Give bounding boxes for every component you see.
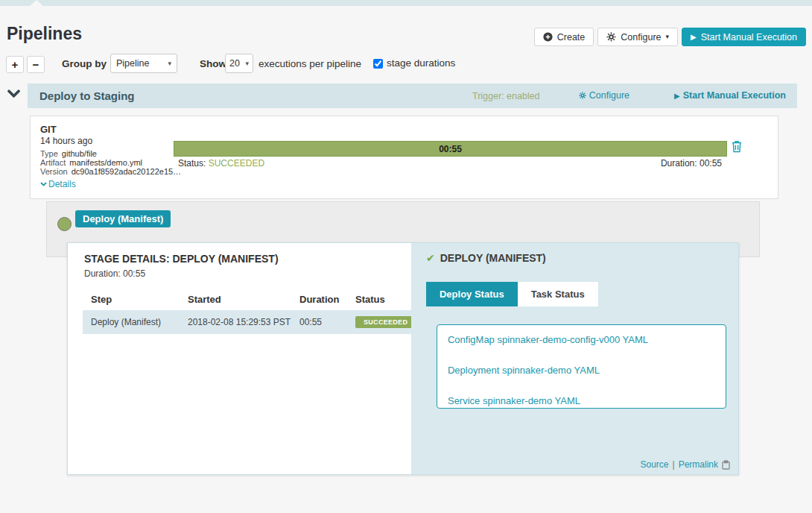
show-label: Show [200, 58, 226, 69]
pipeline-group-bar: Deploy to Staging Trigger: enabled Confi… [28, 84, 797, 108]
start-manual-execution-button[interactable]: ▶ Start Manual Execution [682, 28, 806, 46]
tab-task-status[interactable]: Task Status [518, 282, 598, 306]
steps-table-header: Step Started Duration Status [83, 288, 411, 310]
active-tab-notch [30, 0, 43, 6]
top-nav-edge [0, 0, 812, 6]
group-by-label: Group by [62, 58, 107, 69]
stage-panel-header: ✔ DEPLOY (MANIFEST) [426, 252, 546, 264]
caret-down-icon: ▾ [666, 34, 670, 40]
stage-durations-label[interactable]: stage durations [387, 57, 455, 69]
check-icon: ✔ [426, 252, 435, 264]
stage-panel-title: DEPLOY (MANIFEST) [440, 252, 546, 264]
stage-details-duration: Duration: 00:55 [84, 268, 145, 279]
table-row[interactable]: Deploy (Manifest) 2018-02-08 15:29:53 PS… [83, 310, 411, 334]
zoom-in-button[interactable]: + [6, 56, 24, 73]
execution-time-ago: 14 hours ago [40, 136, 92, 146]
pipeline-configure-link[interactable]: Configure [579, 90, 629, 101]
play-icon: ▶ [674, 92, 680, 100]
progress-bar-duration: 00:55 [439, 144, 462, 154]
header-actions: Create Configure ▾ ▶ Start Manual Execut… [534, 28, 806, 46]
show-count-select[interactable]: 20 ▾ [225, 54, 253, 73]
col-duration: Duration [291, 294, 347, 305]
page-title: Pipelines [7, 24, 82, 44]
execution-card: GIT 14 hours ago Type github/file Artifa… [30, 116, 778, 199]
stage-status-panel: ✔ DEPLOY (MANIFEST) Deploy Status Task S… [411, 243, 738, 474]
status-badge: SUCCEEDED [355, 316, 412, 328]
cell-step: Deploy (Manifest) [83, 317, 180, 327]
execution-details-link[interactable]: Details [40, 179, 76, 189]
stage-details-title: STAGE DETAILS: DEPLOY (MANIFEST) [84, 253, 279, 265]
play-icon: ▶ [691, 34, 697, 41]
execution-status: Status: SUCCEEDED [178, 158, 264, 169]
plus-icon: + [12, 58, 19, 71]
plus-circle-icon [543, 32, 553, 42]
stage-details-popup: STAGE DETAILS: DEPLOY (MANIFEST) Duratio… [67, 242, 739, 475]
deployment-yaml-link[interactable]: Deployment spinnaker-demo YAML [448, 365, 715, 376]
executions-per-pipeline-text: executions per pipeline [258, 58, 361, 69]
delete-execution-icon[interactable] [732, 140, 742, 153]
configmap-yaml-link[interactable]: ConfigMap spinnaker-demo-config-v000 YAM… [448, 334, 715, 345]
service-yaml-link[interactable]: Service spinnaker-demo YAML [448, 395, 715, 406]
trigger-status: Trigger: enabled [472, 91, 540, 101]
stage-durations-checkbox[interactable] [373, 59, 383, 69]
show-count-value: 20 [229, 58, 240, 69]
stage-panel-footer: Source | Permalink [640, 459, 731, 470]
execution-field-artifact: Artifact manifests/demo.yml [40, 158, 181, 167]
stage-status-dot[interactable] [57, 217, 72, 231]
create-button[interactable]: Create [534, 28, 594, 46]
source-link[interactable]: Source [640, 459, 668, 470]
execution-field-type: Type github/file [40, 149, 181, 158]
stage-node-deploy-manifest[interactable]: Deploy (Manifest) [75, 210, 171, 227]
gear-icon [579, 92, 586, 99]
chevron-down-icon [40, 182, 47, 186]
col-step: Step [83, 294, 180, 305]
execution-trigger-type: GIT [40, 124, 57, 135]
stage-details-panel: STAGE DETAILS: DEPLOY (MANIFEST) Duratio… [68, 243, 411, 474]
group-by-value: Pipeline [116, 58, 149, 69]
steps-table: Step Started Duration Status Deploy (Man… [83, 288, 411, 334]
col-started: Started [180, 294, 291, 305]
cell-duration: 00:55 [291, 317, 347, 327]
stage-durations-toggle: stage durations [373, 57, 455, 69]
caret-down-icon: ▾ [245, 60, 249, 67]
cell-started: 2018-02-08 15:29:53 PST [180, 317, 291, 327]
execution-field-version: Version dc90a1f8592adac20122e15… [40, 167, 181, 176]
deployed-manifests-box: ConfigMap spinnaker-demo-config-v000 YAM… [437, 324, 726, 409]
permalink-link[interactable]: Permalink [679, 459, 718, 470]
col-status: Status [347, 294, 411, 305]
collapse-group-chevron-icon[interactable] [7, 89, 20, 98]
copy-permalink-icon[interactable] [722, 460, 731, 470]
stage-panel-tabs: Deploy Status Task Status [426, 282, 598, 306]
execution-metadata: Type github/file Artifact manifests/demo… [40, 149, 181, 176]
configure-button[interactable]: Configure ▾ [597, 28, 678, 46]
zoom-out-button[interactable]: − [27, 56, 45, 73]
pipeline-start-manual-execution-link[interactable]: ▶ Start Manual Execution [674, 90, 786, 101]
pipeline-name: Deploy to Staging [39, 89, 135, 102]
pipelines-page: Pipelines Create Configure ▾ ▶ Start Man… [0, 0, 812, 513]
minus-icon: − [33, 58, 39, 71]
execution-duration: Duration: 00:55 [661, 158, 722, 169]
cell-status: SUCCEEDED [347, 316, 412, 328]
status-succeeded-text: SUCCEEDED [209, 158, 264, 169]
group-by-select[interactable]: Pipeline ▾ [110, 54, 177, 73]
caret-down-icon: ▾ [168, 60, 171, 67]
execution-progress-bar[interactable]: 00:55 [174, 141, 727, 157]
gear-icon [606, 32, 616, 42]
separator: | [673, 459, 675, 470]
tab-deploy-status[interactable]: Deploy Status [426, 282, 518, 306]
